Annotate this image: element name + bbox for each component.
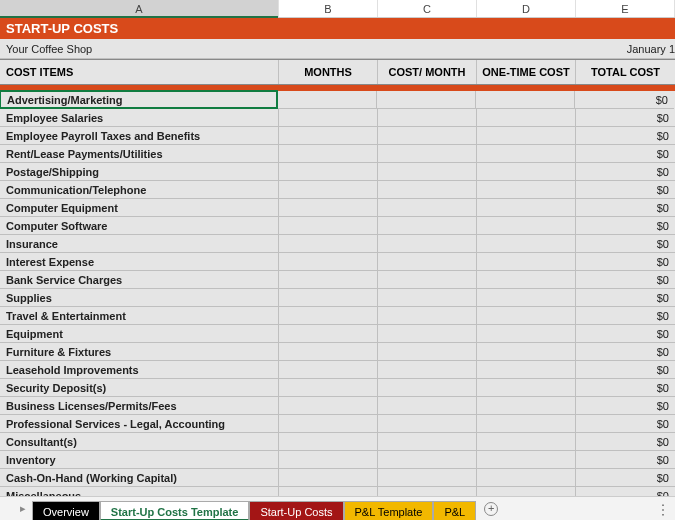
cost-item-label[interactable]: Rent/Lease Payments/Utilities bbox=[0, 145, 279, 163]
months-cell[interactable] bbox=[279, 361, 378, 379]
add-sheet-button[interactable]: + bbox=[480, 498, 502, 520]
cost-item-label[interactable]: Furniture & Fixtures bbox=[0, 343, 279, 361]
tab-pl-template[interactable]: P&L Template bbox=[344, 501, 434, 521]
months-cell[interactable] bbox=[279, 343, 378, 361]
col-header-c[interactable]: C bbox=[378, 0, 477, 17]
header-total[interactable]: TOTAL COST bbox=[576, 60, 675, 84]
total-cell[interactable]: $0 bbox=[576, 325, 675, 343]
col-header-d[interactable]: D bbox=[477, 0, 576, 17]
tab-overview[interactable]: Overview bbox=[32, 501, 100, 521]
one-time-cell[interactable] bbox=[477, 181, 576, 199]
header-months[interactable]: MONTHS bbox=[279, 60, 378, 84]
one-time-cell[interactable] bbox=[477, 253, 576, 271]
col-header-b[interactable]: B bbox=[279, 0, 378, 17]
cost-month-cell[interactable] bbox=[378, 181, 477, 199]
cost-item-label[interactable]: Cash-On-Hand (Working Capital) bbox=[0, 469, 279, 487]
total-cell[interactable]: $0 bbox=[576, 181, 675, 199]
total-cell[interactable]: $0 bbox=[576, 199, 675, 217]
months-cell[interactable] bbox=[279, 181, 378, 199]
months-cell[interactable] bbox=[279, 469, 378, 487]
total-cell[interactable]: $0 bbox=[576, 235, 675, 253]
cost-month-cell[interactable] bbox=[378, 415, 477, 433]
months-cell[interactable] bbox=[279, 235, 378, 253]
months-cell[interactable] bbox=[279, 415, 378, 433]
cost-item-label[interactable]: Advertising/Marketing bbox=[0, 90, 278, 109]
total-cell[interactable]: $0 bbox=[576, 127, 675, 145]
tab-pl[interactable]: P&L bbox=[433, 501, 476, 521]
tab-startup-template[interactable]: Start-Up Costs Template bbox=[100, 501, 250, 521]
one-time-cell[interactable] bbox=[477, 433, 576, 451]
cost-item-label[interactable]: Travel & Entertainment bbox=[0, 307, 279, 325]
cost-month-cell[interactable] bbox=[378, 199, 477, 217]
months-cell[interactable] bbox=[279, 451, 378, 469]
total-cell[interactable]: $0 bbox=[576, 469, 675, 487]
more-icon[interactable]: ⋯ bbox=[655, 502, 671, 515]
months-cell[interactable] bbox=[279, 163, 378, 181]
cost-item-label[interactable]: Business Licenses/Permits/Fees bbox=[0, 397, 279, 415]
header-one-time[interactable]: ONE-TIME COST bbox=[477, 60, 576, 84]
cost-month-cell[interactable] bbox=[378, 163, 477, 181]
header-cost-items[interactable]: COST ITEMS bbox=[0, 60, 279, 84]
cost-item-label[interactable]: Postage/Shipping bbox=[0, 163, 279, 181]
cost-month-cell[interactable] bbox=[378, 253, 477, 271]
total-cell[interactable]: $0 bbox=[576, 253, 675, 271]
total-cell[interactable]: $0 bbox=[576, 433, 675, 451]
cost-month-cell[interactable] bbox=[378, 271, 477, 289]
total-cell[interactable]: $0 bbox=[576, 361, 675, 379]
cost-month-cell[interactable] bbox=[378, 217, 477, 235]
one-time-cell[interactable] bbox=[477, 343, 576, 361]
total-cell[interactable]: $0 bbox=[576, 289, 675, 307]
total-cell[interactable]: $0 bbox=[576, 145, 675, 163]
cost-month-cell[interactable] bbox=[378, 433, 477, 451]
cost-month-cell[interactable] bbox=[378, 343, 477, 361]
months-cell[interactable] bbox=[279, 145, 378, 163]
one-time-cell[interactable] bbox=[477, 451, 576, 469]
cost-month-cell[interactable] bbox=[378, 109, 477, 127]
months-cell[interactable] bbox=[279, 199, 378, 217]
col-header-a[interactable]: A bbox=[0, 0, 279, 17]
months-cell[interactable] bbox=[279, 289, 378, 307]
one-time-cell[interactable] bbox=[477, 307, 576, 325]
cost-month-cell[interactable] bbox=[378, 397, 477, 415]
cost-item-label[interactable]: Bank Service Charges bbox=[0, 271, 279, 289]
cost-month-cell[interactable] bbox=[378, 289, 477, 307]
months-cell[interactable] bbox=[279, 271, 378, 289]
one-time-cell[interactable] bbox=[477, 361, 576, 379]
total-cell[interactable]: $0 bbox=[575, 91, 674, 109]
one-time-cell[interactable] bbox=[477, 397, 576, 415]
cost-item-label[interactable]: Computer Software bbox=[0, 217, 279, 235]
one-time-cell[interactable] bbox=[476, 91, 575, 109]
sheet-title[interactable]: START-UP COSTS bbox=[0, 18, 675, 39]
cost-item-label[interactable]: Employee Payroll Taxes and Benefits bbox=[0, 127, 279, 145]
cost-item-label[interactable]: Supplies bbox=[0, 289, 279, 307]
tab-startup-costs[interactable]: Start-Up Costs bbox=[249, 501, 343, 521]
cost-item-label[interactable]: Security Deposit(s) bbox=[0, 379, 279, 397]
cost-item-label[interactable]: Leasehold Improvements bbox=[0, 361, 279, 379]
cost-item-label[interactable]: Professional Services - Legal, Accountin… bbox=[0, 415, 279, 433]
cost-month-cell[interactable] bbox=[378, 307, 477, 325]
one-time-cell[interactable] bbox=[477, 415, 576, 433]
cost-item-label[interactable]: Interest Expense bbox=[0, 253, 279, 271]
one-time-cell[interactable] bbox=[477, 199, 576, 217]
cost-month-cell[interactable] bbox=[378, 235, 477, 253]
months-cell[interactable] bbox=[279, 433, 378, 451]
one-time-cell[interactable] bbox=[477, 289, 576, 307]
one-time-cell[interactable] bbox=[477, 163, 576, 181]
one-time-cell[interactable] bbox=[477, 217, 576, 235]
cost-item-label[interactable]: Inventory bbox=[0, 451, 279, 469]
total-cell[interactable]: $0 bbox=[576, 451, 675, 469]
cost-month-cell[interactable] bbox=[378, 451, 477, 469]
cost-month-cell[interactable] bbox=[378, 325, 477, 343]
months-cell[interactable] bbox=[279, 325, 378, 343]
cost-month-cell[interactable] bbox=[378, 361, 477, 379]
cost-item-label[interactable]: Employee Salaries bbox=[0, 109, 279, 127]
months-cell[interactable] bbox=[279, 379, 378, 397]
one-time-cell[interactable] bbox=[477, 271, 576, 289]
cost-month-cell[interactable] bbox=[378, 127, 477, 145]
one-time-cell[interactable] bbox=[477, 379, 576, 397]
months-cell[interactable] bbox=[279, 109, 378, 127]
cost-item-label[interactable]: Computer Equipment bbox=[0, 199, 279, 217]
one-time-cell[interactable] bbox=[477, 235, 576, 253]
months-cell[interactable] bbox=[279, 217, 378, 235]
cost-month-cell[interactable] bbox=[378, 379, 477, 397]
